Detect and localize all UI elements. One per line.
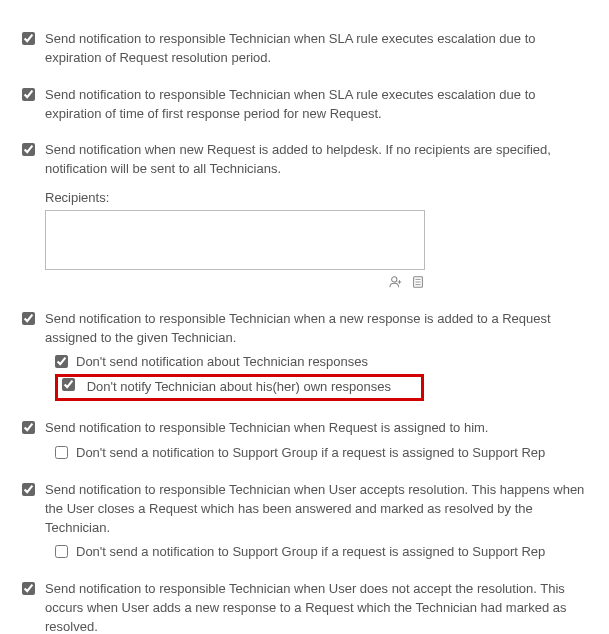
address-book-icon[interactable]: [411, 275, 425, 289]
checkbox-no-own-responses[interactable]: [62, 378, 75, 391]
sub-no-group-notify-assigned: Don't send a notification to Support Gro…: [55, 444, 587, 463]
sub-no-tech-responses: Don't send notification about Technician…: [55, 353, 587, 372]
label-no-group-notify-assigned: Don't send a notification to Support Gro…: [76, 444, 545, 463]
option-user-accepts: Send notification to responsible Technic…: [22, 481, 587, 562]
option-user-rejects: Send notification to responsible Technic…: [22, 580, 587, 634]
option-new-response: Send notification to responsible Technic…: [22, 310, 587, 401]
checkbox-no-group-notify-accepts[interactable]: [55, 545, 68, 558]
svg-point-0: [392, 277, 397, 282]
checkbox-new-response[interactable]: [22, 312, 35, 325]
checkbox-no-group-notify-assigned[interactable]: [55, 446, 68, 459]
checkbox-sla-resolution[interactable]: [22, 32, 35, 45]
label-no-group-notify-accepts: Don't send a notification to Support Gro…: [76, 543, 545, 562]
sub-no-group-notify-accepts: Don't send a notification to Support Gro…: [55, 543, 587, 562]
checkbox-request-assigned[interactable]: [22, 421, 35, 434]
label-no-own-responses: Don't notify Technician about his(her) o…: [87, 379, 391, 394]
recipients-toolbar: [45, 273, 425, 292]
checkbox-user-rejects[interactable]: [22, 582, 35, 595]
label-sla-resolution: Send notification to responsible Technic…: [45, 31, 535, 65]
option-sla-first-response: Send notification to responsible Technic…: [22, 86, 587, 124]
checkbox-no-tech-responses[interactable]: [55, 355, 68, 368]
label-sla-first-response: Send notification to responsible Technic…: [45, 87, 535, 121]
option-request-assigned: Send notification to responsible Technic…: [22, 419, 587, 463]
highlight-box: Don't notify Technician about his(her) o…: [55, 374, 424, 401]
add-user-icon[interactable]: [389, 275, 403, 289]
label-new-response: Send notification to responsible Technic…: [45, 311, 551, 345]
checkbox-user-accepts[interactable]: [22, 483, 35, 496]
sub-no-own-responses-row: Don't notify Technician about his(her) o…: [51, 374, 587, 401]
checkbox-new-request[interactable]: [22, 143, 35, 156]
recipients-label: Recipients:: [45, 189, 587, 208]
label-user-rejects: Send notification to responsible Technic…: [45, 581, 567, 634]
checkbox-sla-first-response[interactable]: [22, 88, 35, 101]
label-user-accepts: Send notification to responsible Technic…: [45, 482, 584, 535]
label-no-tech-responses: Don't send notification about Technician…: [76, 353, 368, 372]
label-request-assigned: Send notification to responsible Technic…: [45, 420, 488, 435]
recipients-input[interactable]: [45, 210, 425, 270]
option-sla-resolution: Send notification to responsible Technic…: [22, 30, 587, 68]
label-new-request: Send notification when new Request is ad…: [45, 142, 551, 176]
option-new-request: Send notification when new Request is ad…: [22, 141, 587, 291]
